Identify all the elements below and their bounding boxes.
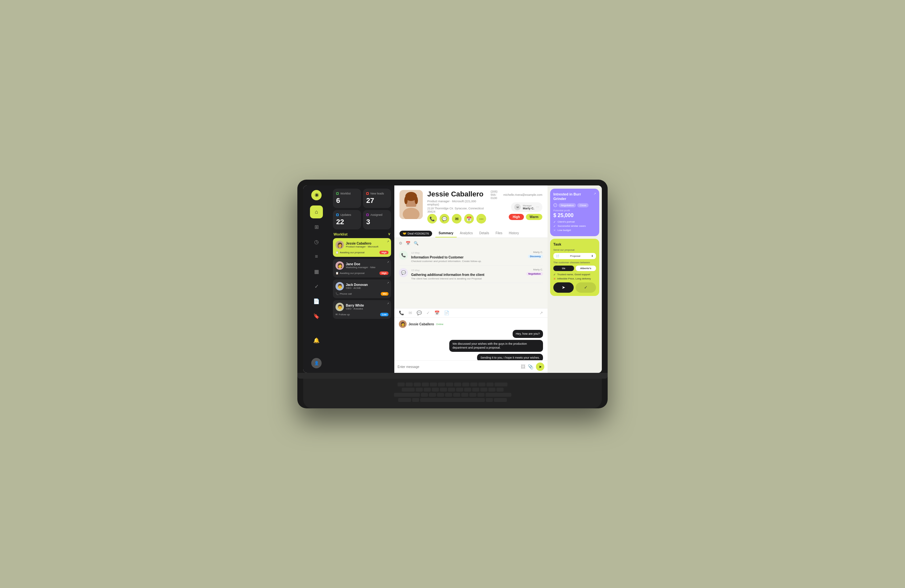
profile-actions: 📞 💬 ✉ 📅 ⋯ [427,214,486,223]
send-proposal-button[interactable]: ➤ [553,282,574,293]
manager-more-icon[interactable]: ⋯ [536,206,539,209]
con-item-1: ✕ Inflexible Price, Long delivery [553,277,596,281]
call-button[interactable]: 📞 [427,214,437,223]
worklist-card-barry[interactable]: ↗ 👨 Barry White CEO · Arasaka ✉ Follow u… [333,300,391,319]
key [480,388,487,391]
task-subtitle: Send our proposal [553,249,596,251]
stage-close[interactable]: Close [577,203,588,208]
download-icon[interactable]: ⬇ [591,255,594,257]
task-card: Task Send our proposal 📄 Proposal ⬇ The … [550,239,599,296]
chat-button[interactable]: 💬 [440,214,449,223]
sidebar-icon-bell[interactable]: 🔔 [310,334,323,347]
stat-updates[interactable]: Updates 22 [333,210,361,230]
check-icon-3: ✕ [553,229,556,232]
tab-details[interactable]: Details [476,230,492,238]
calendar-button[interactable]: 📅 [464,214,474,223]
email-button[interactable]: ✉ [452,214,462,223]
calendar-filter-icon[interactable]: 📅 [406,241,411,246]
sidebar-icon-bookmark[interactable]: 🔖 [310,309,323,322]
chat-contact-name: Jessie Caballero [408,322,434,326]
sidebar-icon-grid[interactable]: ⊞ [310,220,323,233]
sidebar-icon-check[interactable]: ✓ [310,280,323,293]
worklist-card-jack[interactable]: ↗ 👨 Jack Donovan CEO · ACME 📞 Phone call [333,279,391,298]
app-logo[interactable]: ✳ [311,190,322,200]
jane-note: Awaiting our proposal [340,272,365,274]
deal-expand-icon[interactable]: ↗ [594,192,596,195]
chat-check-tab[interactable]: ✓ [426,311,430,315]
message-input[interactable] [398,365,518,369]
expand-icon-barry[interactable]: ↗ [387,302,389,305]
laptop-keyboard [303,379,602,408]
barry-name: Barry White [346,304,364,307]
more-button[interactable]: ⋯ [476,214,486,223]
chat-msg-tab[interactable]: 💬 [417,311,422,315]
key [461,393,468,397]
key [454,382,461,387]
manager-avatar: M [514,204,521,210]
worklist-card-jane[interactable]: ↗ 👩 Jane Doe Marketing manager · Nike 📋 … [333,259,391,277]
svg-point-5 [415,197,418,204]
us-button[interactable]: Us [553,266,574,271]
chat-mail-tab[interactable]: ✉ [408,311,412,315]
laptop-bottom [297,373,608,379]
search-icon[interactable]: 🔍 [414,241,419,246]
stat-worklist[interactable]: Worklist 6 [333,189,361,208]
sidebar-icon-clock[interactable]: ◷ [310,235,323,248]
sidebar-icon-file[interactable]: 📄 [310,295,323,307]
profit-label: Potential profit [553,209,596,212]
tab-history[interactable]: History [505,230,522,238]
filter-icon[interactable]: ⚙ [399,241,402,246]
activity-icon-chat: 💬 [399,268,408,277]
expand-icon-jane[interactable]: ↗ [387,261,389,264]
stage-check-1: ✓ [553,203,557,207]
tab-summary[interactable]: Summary [435,230,457,238]
user-avatar[interactable]: 👤 [311,358,322,368]
alberto-button[interactable]: Alberto's [576,266,596,271]
expand-icon[interactable]: ↗ [387,240,389,243]
sidebar-icon-calendar[interactable]: ▦ [310,265,323,278]
date-label-2: 15 May [411,269,523,272]
stat-assigned[interactable]: Assigned 3 [363,210,391,230]
compare-row: Us Alberto's [553,266,596,271]
key [488,388,495,391]
chat-phone-tab[interactable]: 📞 [399,311,404,315]
warm-tag[interactable]: Warm [526,214,542,220]
main-content: Jessie Caballero Product manager · Micro… [394,185,548,373]
worklist-title: Worklist [333,232,348,236]
key [477,393,484,397]
chat-cal-tab[interactable]: 📅 [434,311,440,315]
expand-icon-jack[interactable]: ↗ [387,281,389,284]
barry-badge: Low [380,313,389,316]
stage-negotiation[interactable]: Negotiation [559,203,576,208]
deal-tabs: 🤝 Deal #32636276 Summary Analytics Detai… [400,230,542,238]
image-icon[interactable]: 🖼 [521,364,525,369]
key [440,388,447,391]
deal-chip[interactable]: 🤝 Deal #32636276 [400,231,432,236]
send-button[interactable]: ➤ [536,363,544,371]
key [446,382,453,387]
tab-analytics[interactable]: Analytics [457,230,476,238]
check-icon-1: ✓ [553,220,556,223]
key [472,388,479,391]
sidebar-icon-chart[interactable]: ≡ [310,250,323,263]
key [430,382,437,387]
key [486,398,493,402]
attachment-icon[interactable]: 📎 [528,364,533,369]
proposal-chip[interactable]: 📄 Proposal ⬇ [553,253,596,259]
complete-button[interactable]: ✓ [576,282,596,293]
high-tag[interactable]: High [509,214,524,220]
stat-new-leads[interactable]: New leads 27 [363,189,391,208]
sidebar-icon-home[interactable]: ⌂ [310,206,323,219]
worklist-section: Worklist ∨ ↗ 👩 Jessie Caballero Product … [333,232,391,369]
chat-file-tab[interactable]: 📄 [444,311,449,315]
chat-expand-icon[interactable]: ↗ [540,311,543,315]
profile-email: michelle.rivera@example.com [503,193,542,197]
checklist-item-1: ✓ Client's portrait [553,220,596,223]
key [414,382,421,387]
worklist-collapse-icon[interactable]: ∨ [388,232,391,236]
key [437,393,444,397]
key [453,393,460,397]
tab-files[interactable]: Files [492,230,505,238]
chat-tabs: 📞 ✉ 💬 ✓ 📅 📄 ↗ [394,309,548,318]
worklist-card-jessie[interactable]: ↗ 👩 Jessie Caballero Product manager · M… [333,238,391,257]
